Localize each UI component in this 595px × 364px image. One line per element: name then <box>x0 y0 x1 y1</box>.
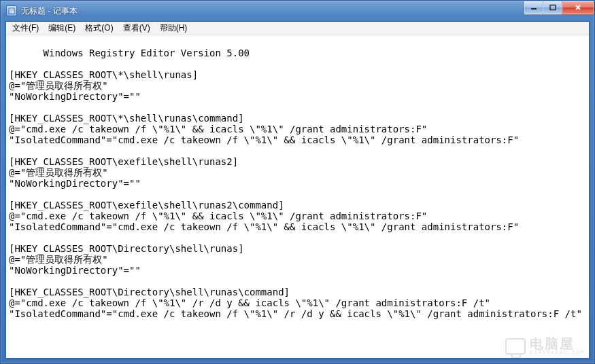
watermark-subtext: DIANNAOWU.COM <box>530 350 585 355</box>
minimize-button[interactable] <box>524 1 543 15</box>
menu-format[interactable]: 格式(O) <box>80 21 118 35</box>
menu-edit[interactable]: 编辑(E) <box>44 21 80 35</box>
menu-file[interactable]: 文件(F) <box>7 21 44 35</box>
titlebar[interactable]: 无标题 - 记事本 <box>1 1 594 21</box>
text-editor[interactable]: Windows Registry Editor Version 5.00 [HK… <box>6 35 589 358</box>
menu-view[interactable]: 查看(V) <box>118 21 155 35</box>
notepad-app-icon <box>6 5 17 16</box>
watermark: 电脑屋 DIANNAOWU.COM <box>505 337 585 355</box>
window-controls <box>524 1 594 15</box>
menubar: 文件(F) 编辑(E) 格式(O) 查看(V) 帮助(H) <box>6 22 589 35</box>
client-area: 文件(F) 编辑(E) 格式(O) 查看(V) 帮助(H) Windows Re… <box>5 21 590 359</box>
svg-rect-5 <box>550 5 556 10</box>
watermark-text: 电脑屋 <box>530 337 585 350</box>
monitor-icon <box>505 338 526 354</box>
close-button[interactable] <box>562 1 594 15</box>
notepad-window: 无标题 - 记事本 文件(F) 编辑(E) 格式(O) 查看(V) 帮助(H) … <box>0 0 595 364</box>
window-title: 无标题 - 记事本 <box>21 5 524 17</box>
maximize-button[interactable] <box>543 1 562 15</box>
menu-help[interactable]: 帮助(H) <box>155 21 192 35</box>
editor-content[interactable]: Windows Registry Editor Version 5.00 [HK… <box>9 48 582 319</box>
